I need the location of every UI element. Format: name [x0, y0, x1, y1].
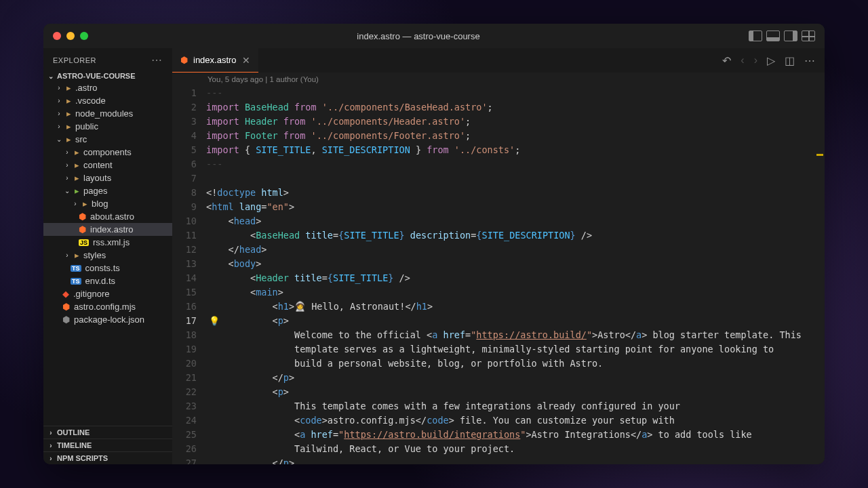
tree-item-label: .gitignore	[73, 289, 109, 299]
tree-item-label: src	[75, 134, 87, 144]
file-icon: ⬢	[79, 224, 86, 235]
file-icon: TS	[71, 278, 81, 285]
tree-item--astro[interactable]: ›▸.astro	[43, 81, 172, 94]
folder-icon: ▸	[66, 83, 71, 93]
panel-npm-scripts[interactable]: ›NPM SCRIPTS	[43, 451, 172, 464]
explorer-title: EXPLORER	[53, 56, 96, 64]
minimize-window-button[interactable]	[66, 32, 75, 40]
panel-timeline[interactable]: ›TIMELINE	[43, 439, 172, 451]
tree-item-astro-config-mjs[interactable]: ⬢astro.config.mjs	[43, 300, 172, 313]
tree-item-layouts[interactable]: ›▸layouts	[43, 171, 172, 184]
customize-layout-icon[interactable]	[802, 30, 815, 41]
tree-item-label: package-lock.json	[74, 314, 144, 325]
maximize-window-button[interactable]	[80, 32, 88, 40]
tree-item-label: pages	[83, 186, 107, 196]
next-change-icon[interactable]: ›	[754, 54, 757, 66]
editor-area: ⬢ index.astro ✕ ↶ ‹ › ▷ ◫ ⋯ You, 5 days …	[172, 48, 825, 464]
project-header[interactable]: ⌄ ASTRO-VUE-COURSE	[43, 70, 172, 81]
chevron-right-icon: ›	[47, 455, 54, 462]
lightbulb-icon[interactable]: 💡	[209, 314, 220, 328]
file-icon: ⬢	[62, 302, 70, 312]
tree-item-env-d-ts[interactable]: TSenv.d.ts	[43, 274, 172, 287]
tree-item-label: about.astro	[90, 211, 134, 222]
file-icon: ⬢	[62, 314, 70, 325]
toggle-primary-sidebar-icon[interactable]	[749, 30, 762, 41]
tree-item-label: components	[83, 147, 132, 157]
sidebar: EXPLORER ⋯ ⌄ ASTRO-VUE-COURSE ›▸.astro›▸…	[43, 48, 172, 464]
folder-icon: ▸	[66, 134, 71, 144]
tree-item-about-astro[interactable]: ⬢about.astro	[43, 210, 172, 223]
explorer-header: EXPLORER ⋯	[43, 48, 172, 70]
tab-index-astro[interactable]: ⬢ index.astro ✕	[172, 48, 258, 73]
chevron-icon: ›	[56, 110, 62, 117]
explorer-more-icon[interactable]: ⋯	[151, 54, 163, 66]
file-icon: ◆	[62, 289, 69, 299]
chevron-icon: ›	[72, 200, 79, 207]
folder-icon: ▸	[83, 199, 87, 209]
code-editor[interactable]: 1234567891011121314151617181920212223242…	[172, 86, 825, 464]
titlebar[interactable]: index.astro — astro-vue-course	[43, 24, 825, 48]
panel-outline[interactable]: ›OUTLINE	[43, 426, 172, 439]
tree-item-label: content	[83, 160, 113, 170]
folder-icon: ▸	[75, 160, 79, 170]
tree-item-content[interactable]: ›▸content	[43, 159, 172, 171]
tree-item-label: rss.xml.js	[93, 237, 130, 247]
split-editor-icon[interactable]: ◫	[785, 54, 795, 67]
chevron-icon: ›	[64, 174, 71, 182]
tree-item-rss-xml-js[interactable]: JSrss.xml.js	[43, 236, 172, 249]
tree-item-src[interactable]: ⌄▸src	[43, 133, 172, 146]
toggle-secondary-sidebar-icon[interactable]	[784, 30, 797, 41]
chevron-icon: ›	[56, 84, 62, 92]
tree-item-label: node_modules	[75, 108, 133, 119]
run-icon[interactable]: ▷	[767, 54, 775, 67]
chevron-icon: ›	[64, 161, 71, 169]
prev-change-icon[interactable]: ‹	[741, 54, 744, 66]
chevron-icon: ›	[64, 251, 71, 259]
tree-item-label: styles	[83, 250, 106, 260]
close-tab-icon[interactable]: ✕	[242, 55, 250, 66]
more-actions-icon[interactable]: ⋯	[804, 54, 815, 67]
file-tree: ›▸.astro›▸.vscode›▸node_modules›▸public⌄…	[43, 81, 172, 426]
tree-item-components[interactable]: ›▸components	[43, 146, 172, 159]
project-name: ASTRO-VUE-COURSE	[57, 72, 136, 80]
tree-item-label: .astro	[75, 83, 98, 93]
chevron-icon: ⌄	[64, 187, 71, 195]
folder-icon: ▸	[66, 108, 71, 119]
close-window-button[interactable]	[53, 32, 61, 40]
tree-item-consts-ts[interactable]: TSconsts.ts	[43, 262, 172, 274]
chevron-right-icon: ›	[47, 442, 54, 449]
chevron-right-icon: ›	[47, 429, 54, 436]
astro-file-icon: ⬢	[180, 55, 188, 65]
tree-item--gitignore[interactable]: ◆.gitignore	[43, 287, 172, 300]
tree-item-label: blog	[92, 199, 108, 209]
chevron-down-icon: ⌄	[47, 73, 54, 80]
editor-window: index.astro — astro-vue-course EXPLORER …	[43, 24, 825, 464]
tree-item-node_modules[interactable]: ›▸node_modules	[43, 107, 172, 120]
chevron-icon: ›	[56, 123, 62, 130]
toggle-panel-icon[interactable]	[766, 30, 780, 41]
tree-item-index-astro[interactable]: ⬢index.astro	[43, 223, 172, 236]
file-icon: TS	[71, 265, 81, 272]
tree-item--vscode[interactable]: ›▸.vscode	[43, 94, 172, 107]
window-title: index.astro — astro-vue-course	[88, 31, 749, 41]
tree-item-label: consts.ts	[85, 263, 120, 273]
tree-item-label: astro.config.mjs	[74, 302, 136, 312]
tree-item-label: layouts	[83, 173, 111, 183]
tree-item-public[interactable]: ›▸public	[43, 120, 172, 133]
go-back-icon[interactable]: ↶	[722, 54, 731, 67]
tree-item-styles[interactable]: ›▸styles	[43, 249, 172, 262]
layout-controls	[749, 30, 815, 41]
chevron-icon: ›	[56, 97, 62, 104]
tree-item-blog[interactable]: ›▸blog	[43, 197, 172, 210]
tree-item-pages[interactable]: ⌄▸pages	[43, 184, 172, 197]
traffic-lights	[53, 32, 88, 40]
tab-bar: ⬢ index.astro ✕ ↶ ‹ › ▷ ◫ ⋯	[172, 48, 825, 73]
git-blame-annotation: You, 5 days ago | 1 author (You)	[172, 73, 825, 86]
folder-icon: ▸	[75, 147, 79, 157]
chevron-icon: ⌄	[56, 136, 62, 143]
tab-label: index.astro	[193, 55, 237, 65]
tree-item-label: public	[75, 121, 98, 131]
tree-item-package-lock-json[interactable]: ⬢package-lock.json	[43, 313, 172, 326]
chevron-icon: ›	[64, 148, 71, 156]
code-content[interactable]: ---import BaseHead from '../components/B…	[206, 86, 825, 464]
